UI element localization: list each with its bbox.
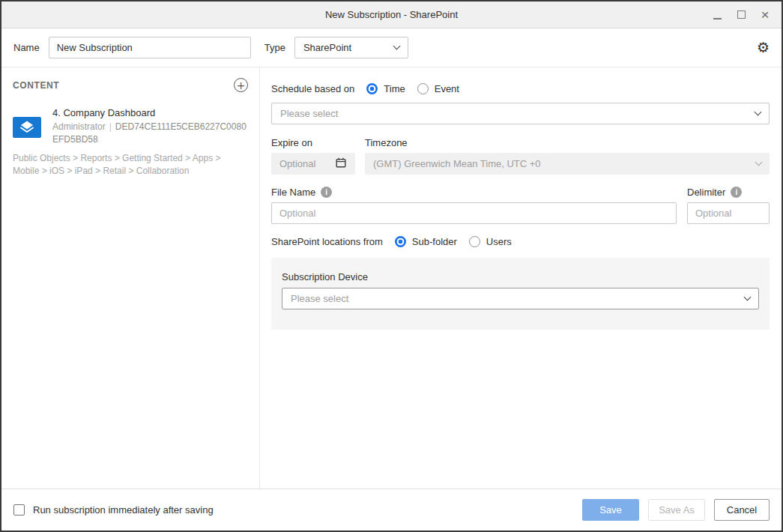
expire-on-field[interactable]: Optional [271,153,355,175]
info-icon[interactable]: i [731,187,742,198]
subscription-device-select[interactable]: Please select [282,288,759,309]
timezone-value: (GMT) Greenwich Mean Time, UTC +0 [373,158,541,169]
radio-time-label: Time [384,83,405,94]
radio-users[interactable]: Users [469,236,512,247]
content-header: CONTENT + [13,78,248,92]
run-immediately-checkbox[interactable]: Run subscription immediately after savin… [13,504,214,516]
radio-sub-folder-circle [395,236,406,247]
content-item-row: 4. Company Dashboard Administrator|DED74… [13,107,248,146]
gear-icon[interactable]: ⚙ [757,40,770,55]
sharepoint-locations-label: SharePoint locations from [271,236,383,247]
dashboard-icon [13,117,41,138]
content-item-path: Public Objects > Reports > Getting Start… [13,152,248,178]
radio-users-label: Users [486,236,512,247]
meta-separator: | [109,121,112,132]
radio-time[interactable]: Time [366,83,405,94]
subscription-device-label: Subscription Device [282,271,759,282]
content-item[interactable]: 4. Company Dashboard Administrator|DED74… [13,107,248,178]
dialog-window: New Subscription - SharePoint × Name Typ… [0,0,783,532]
window-title: New Subscription - SharePoint [325,9,458,20]
radio-sub-folder[interactable]: Sub-folder [395,236,457,247]
radio-sub-folder-label: Sub-folder [412,236,457,247]
expire-timezone-row: Expire on Optional [271,137,770,175]
maximize-icon [737,10,746,19]
chevron-down-icon [755,159,763,166]
save-button[interactable]: Save [582,499,639,521]
type-select-value: SharePoint [303,42,351,53]
run-immediately-label: Run subscription immediately after savin… [33,504,214,516]
radio-time-circle [366,83,378,94]
file-name-label-row: File Name i [271,187,677,198]
timezone-group: Timezone (GMT) Greenwich Mean Time, UTC … [365,137,770,175]
dialog-footer: Run subscription immediately after savin… [1,489,782,531]
expire-on-label: Expire on [271,137,355,148]
file-name-group: File Name i [271,187,677,224]
content-item-owner: Administrator [52,121,106,132]
file-name-label: File Name [271,187,315,198]
schedule-select-placeholder: Please select [280,108,338,119]
title-bar: New Subscription - SharePoint × [1,1,782,28]
add-content-icon[interactable]: + [234,78,248,92]
expire-on-group: Expire on Optional [271,137,355,175]
close-button[interactable]: × [756,6,774,24]
content-item-texts: 4. Company Dashboard Administrator|DED74… [52,107,248,146]
content-item-title: 4. Company Dashboard [52,107,248,118]
radio-event-label: Event [435,83,459,94]
schedule-based-on-row: Schedule based on Time Event [271,83,770,94]
type-label: Type [264,42,285,53]
schedule-based-on-label: Schedule based on [271,83,354,94]
delimiter-input[interactable] [687,202,770,224]
subscription-header: Name Type SharePoint ⚙ [1,28,782,67]
radio-event-circle [417,83,429,94]
chevron-down-icon [755,109,762,116]
calendar-icon[interactable] [335,157,347,171]
file-name-input[interactable] [271,202,677,224]
timezone-label: Timezone [365,137,770,148]
radio-event[interactable]: Event [417,83,459,94]
dialog-body: CONTENT + 4. Company Dashboard [1,67,782,489]
chevron-down-icon [744,294,752,301]
info-icon[interactable]: i [321,187,332,198]
name-label: Name [13,42,40,53]
type-select[interactable]: SharePoint [294,37,408,58]
filename-delimiter-row: File Name i Delimiter i [271,187,770,224]
checkbox-box [13,504,25,516]
delimiter-label: Delimiter [687,187,725,198]
content-title: CONTENT [13,80,59,91]
expire-on-placeholder: Optional [279,158,315,169]
maximize-button[interactable] [732,6,750,24]
save-as-button[interactable]: Save As [648,499,705,521]
subscription-device-panel: Subscription Device Please select [271,258,770,330]
footer-buttons: Save Save As Cancel [582,499,770,521]
timezone-select[interactable]: (GMT) Greenwich Mean Time, UTC +0 [365,153,770,175]
window-controls: × [708,1,774,28]
subscription-device-placeholder: Please select [291,293,348,304]
schedule-select[interactable]: Please select [271,103,770,124]
delimiter-label-row: Delimiter i [687,187,770,198]
radio-users-circle [469,236,480,247]
minimize-icon [713,18,722,19]
content-item-meta: Administrator|DED74CE111E5CEB6227C0080EF… [52,121,248,146]
minimize-button[interactable] [708,6,726,24]
name-input[interactable] [49,37,251,58]
delimiter-group: Delimiter i [687,187,770,224]
cancel-button[interactable]: Cancel [714,499,770,521]
sharepoint-locations-row: SharePoint locations from Sub-folder Use… [271,236,770,247]
subscription-form: Schedule based on Time Event Please sele… [260,67,782,489]
chevron-down-icon [393,43,400,50]
content-sidebar: CONTENT + 4. Company Dashboard [1,67,260,489]
